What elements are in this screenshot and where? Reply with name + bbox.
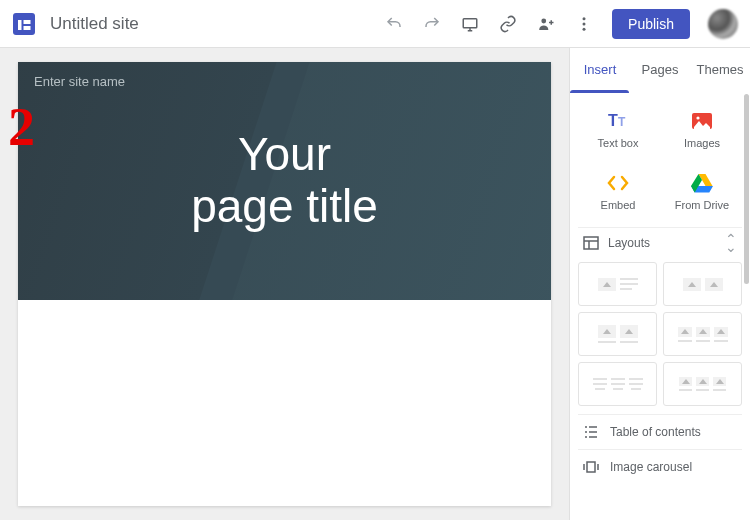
layout-option-1[interactable] bbox=[578, 262, 657, 306]
svg-point-6 bbox=[583, 17, 586, 20]
svg-point-12 bbox=[696, 116, 699, 119]
toc-label: Table of contents bbox=[610, 425, 701, 439]
tab-pages[interactable]: Pages bbox=[630, 48, 690, 90]
tutorial-step-number: 2 bbox=[8, 96, 35, 158]
carousel-label: Image carousel bbox=[610, 460, 692, 474]
insert-textbox[interactable]: TT Text box bbox=[578, 99, 658, 155]
layouts-icon bbox=[582, 234, 600, 252]
page-canvas[interactable]: Enter site name Your page title bbox=[18, 62, 551, 506]
share-icon[interactable] bbox=[536, 14, 556, 34]
tab-themes[interactable]: Themes bbox=[690, 48, 750, 90]
site-name-placeholder[interactable]: Enter site name bbox=[34, 74, 125, 89]
carousel-icon bbox=[582, 458, 600, 476]
layouts-label: Layouts bbox=[608, 236, 650, 250]
publish-button[interactable]: Publish bbox=[612, 9, 690, 39]
svg-rect-3 bbox=[24, 26, 31, 30]
link-icon[interactable] bbox=[498, 14, 518, 34]
insert-from-drive[interactable]: From Drive bbox=[662, 161, 742, 217]
canvas-area: 2 Enter site name Your page title bbox=[0, 48, 569, 520]
svg-rect-4 bbox=[463, 18, 477, 27]
hero-banner[interactable]: Enter site name Your page title bbox=[18, 62, 551, 300]
redo-icon[interactable] bbox=[422, 14, 442, 34]
insert-images-label: Images bbox=[684, 137, 720, 149]
topbar-actions: Publish bbox=[384, 9, 738, 39]
layout-option-4[interactable] bbox=[663, 312, 742, 356]
more-icon[interactable] bbox=[574, 14, 594, 34]
textbox-icon: TT bbox=[606, 109, 630, 133]
svg-rect-1 bbox=[18, 20, 22, 30]
layout-option-2[interactable] bbox=[663, 262, 742, 306]
page-title-text[interactable]: Your page title bbox=[191, 129, 378, 232]
svg-rect-14 bbox=[587, 462, 595, 472]
svg-rect-13 bbox=[584, 237, 598, 249]
layout-option-3[interactable] bbox=[578, 312, 657, 356]
svg-text:T: T bbox=[608, 112, 618, 129]
insert-drive-label: From Drive bbox=[675, 199, 729, 211]
side-panel: Insert Pages Themes TT Text box Images E… bbox=[569, 48, 750, 520]
layouts-grid bbox=[578, 258, 742, 414]
side-tabs: Insert Pages Themes bbox=[570, 48, 750, 90]
svg-text:T: T bbox=[618, 115, 626, 129]
drive-icon bbox=[690, 171, 714, 195]
insert-grid: TT Text box Images Embed From Drive bbox=[578, 99, 742, 217]
svg-rect-2 bbox=[24, 20, 31, 24]
insert-textbox-label: Text box bbox=[598, 137, 639, 149]
insert-image-carousel[interactable]: Image carousel bbox=[578, 449, 742, 484]
insert-images[interactable]: Images bbox=[662, 99, 742, 155]
undo-icon[interactable] bbox=[384, 14, 404, 34]
svg-point-8 bbox=[583, 27, 586, 30]
preview-icon[interactable] bbox=[460, 14, 480, 34]
svg-point-5 bbox=[541, 18, 546, 23]
images-icon bbox=[690, 109, 714, 133]
tab-insert[interactable]: Insert bbox=[570, 48, 630, 90]
layout-option-6[interactable] bbox=[663, 362, 742, 406]
scrollbar[interactable] bbox=[744, 94, 749, 284]
page-body[interactable] bbox=[18, 300, 551, 506]
collapse-icon[interactable]: ⌃⌄ bbox=[725, 235, 738, 252]
embed-icon bbox=[606, 171, 630, 195]
section-layouts-header[interactable]: Layouts ⌃⌄ bbox=[578, 227, 742, 258]
toc-icon bbox=[582, 423, 600, 441]
avatar[interactable] bbox=[708, 9, 738, 39]
insert-embed[interactable]: Embed bbox=[578, 161, 658, 217]
svg-point-7 bbox=[583, 22, 586, 25]
layout-option-5[interactable] bbox=[578, 362, 657, 406]
site-title[interactable]: Untitled site bbox=[50, 14, 139, 34]
sites-logo-icon[interactable] bbox=[8, 8, 40, 40]
topbar: Untitled site Publish bbox=[0, 0, 750, 48]
insert-table-of-contents[interactable]: Table of contents bbox=[578, 414, 742, 449]
insert-embed-label: Embed bbox=[601, 199, 636, 211]
